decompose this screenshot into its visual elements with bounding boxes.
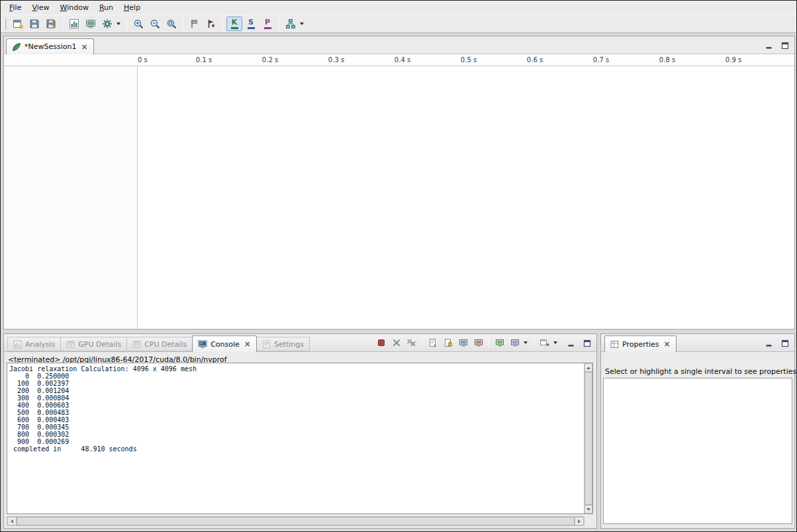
maximize-button[interactable] xyxy=(581,338,592,348)
scroll-up-button[interactable] xyxy=(585,363,592,372)
unguided-analysis-button[interactable] xyxy=(283,17,299,31)
console-output-box: Jacobi relaxation Calculation: 4096 x 40… xyxy=(7,363,593,514)
zoom-out-icon xyxy=(150,19,161,30)
show-stdout-button[interactable] xyxy=(456,337,470,349)
toolbar-separator xyxy=(62,19,63,30)
properties-placeholder-message: Select or highlight a single interval to… xyxy=(605,367,796,376)
close-icon[interactable] xyxy=(244,341,251,347)
arrow-left-icon xyxy=(11,519,13,523)
ruler-tick-label: 0.4 s xyxy=(395,56,410,64)
console-view-toolbar xyxy=(374,337,561,349)
tab-cpu-details[interactable]: CPU Details xyxy=(126,337,193,351)
tab-settings[interactable]: Settings xyxy=(256,337,310,351)
session-tab[interactable]: *NewSession1 xyxy=(6,38,94,54)
save-session-button[interactable] xyxy=(26,17,42,31)
bottom-view-tab-strip: Analysis GPU Details CPU Details Console… xyxy=(4,334,596,352)
scroll-right-button[interactable] xyxy=(575,517,584,525)
kernel-toggle-underline xyxy=(231,27,238,29)
open-console-dropdown-chevron[interactable] xyxy=(553,341,557,344)
console-vertical-scrollbar[interactable] xyxy=(584,363,592,513)
open-console-icon xyxy=(539,338,549,347)
properties-content-box xyxy=(603,378,792,524)
zoom-out-button[interactable] xyxy=(147,17,163,31)
save-session-as-button[interactable] xyxy=(43,17,59,31)
scroll-left-button[interactable] xyxy=(7,517,17,525)
open-console-button[interactable] xyxy=(538,337,551,349)
tab-properties[interactable]: Properties xyxy=(604,335,677,352)
gpu-details-tab-icon xyxy=(66,340,75,349)
properties-tab-icon xyxy=(610,340,619,349)
pin-console-button[interactable] xyxy=(492,337,506,349)
console-output-text[interactable]: Jacobi relaxation Calculation: 4096 x 40… xyxy=(9,365,582,512)
minimize-button[interactable] xyxy=(763,40,774,50)
tab-properties-label: Properties xyxy=(622,340,659,349)
new-session-button[interactable] xyxy=(10,17,26,31)
minimize-button[interactable] xyxy=(763,338,774,348)
display-console-dropdown-chevron[interactable] xyxy=(524,341,528,344)
ruler-tick-label: 0.2 s xyxy=(262,56,278,64)
process-timeline-toggle[interactable]: P xyxy=(259,17,275,31)
timeline-ruler[interactable]: 0 s0.1 s0.2 s0.3 s0.4 s0.5 s0.6 s0.7 s0.… xyxy=(4,54,794,66)
scroll-lock-button[interactable] xyxy=(441,337,455,349)
profile-application-button[interactable] xyxy=(66,17,82,31)
next-marker-button[interactable] xyxy=(203,17,219,31)
tab-cpu-details-label: CPU Details xyxy=(144,340,187,349)
scroll-down-button[interactable] xyxy=(585,505,592,513)
ruler-tick-label: 0.9 s xyxy=(726,56,741,64)
new-session-icon xyxy=(13,19,24,30)
minimize-button[interactable] xyxy=(565,338,577,348)
terminate-icon xyxy=(377,338,386,347)
zoom-fit-icon xyxy=(166,19,177,30)
ruler-tick-label: 0.3 s xyxy=(328,56,344,64)
vertical-scroll-thumb[interactable] xyxy=(585,372,592,505)
toolbar-drag-handle[interactable] xyxy=(4,19,6,30)
display-console-button[interactable] xyxy=(508,337,522,349)
nvvp-window: File View Window Run Help xyxy=(0,0,797,532)
maximize-button[interactable] xyxy=(779,40,790,50)
tab-gpu-details-label: GPU Details xyxy=(78,340,121,349)
properties-pane: Properties Select or highlight a single … xyxy=(600,333,795,529)
zoom-fit-button[interactable] xyxy=(164,17,179,31)
maximize-button[interactable] xyxy=(779,338,790,348)
unguided-analysis-dropdown-chevron[interactable] xyxy=(300,22,304,25)
run-analysis-dropdown-chevron[interactable] xyxy=(117,22,120,25)
tab-analysis[interactable]: Analysis xyxy=(7,337,61,351)
terminate-button[interactable] xyxy=(374,337,388,349)
stream-timeline-toggle[interactable]: S xyxy=(243,17,259,31)
show-stderr-button[interactable] xyxy=(471,337,485,349)
toolbar-separator xyxy=(222,19,223,30)
menu-help[interactable]: Help xyxy=(118,1,146,14)
tab-gpu-details[interactable]: GPU Details xyxy=(60,337,127,351)
console-horizontal-scrollbar[interactable] xyxy=(7,516,585,526)
ruler-tick-label: 0.1 s xyxy=(196,56,212,64)
properties-window-buttons xyxy=(763,338,790,348)
horizontal-scroll-thumb[interactable] xyxy=(17,517,575,525)
clear-console-button[interactable] xyxy=(426,337,440,349)
save-icon xyxy=(29,19,40,29)
remove-launch-button[interactable] xyxy=(389,337,403,349)
previous-marker-button[interactable] xyxy=(187,17,203,31)
arrow-up-icon xyxy=(586,367,590,369)
display-console-icon xyxy=(510,338,520,347)
menu-window[interactable]: Window xyxy=(55,1,94,14)
run-analysis-button[interactable] xyxy=(99,17,115,31)
close-icon[interactable] xyxy=(664,341,671,347)
remove-all-launches-button[interactable] xyxy=(404,337,418,349)
menu-file[interactable]: File xyxy=(4,1,26,14)
zoom-in-button[interactable] xyxy=(130,17,146,31)
console-toolbar-separator xyxy=(534,338,534,348)
scroll-lock-icon xyxy=(444,338,453,347)
kernel-timeline-toggle[interactable]: K xyxy=(226,17,242,31)
ruler-tick-label: 0 s xyxy=(138,56,148,64)
menu-run[interactable]: Run xyxy=(94,1,118,14)
collect-timeline-button[interactable] xyxy=(83,17,99,31)
console-toolbar-separator xyxy=(422,338,422,348)
editor-window-buttons xyxy=(763,40,790,50)
timeline-canvas[interactable] xyxy=(138,66,794,329)
analysis-tab-icon xyxy=(13,340,22,349)
menu-view[interactable]: View xyxy=(26,1,54,14)
tab-console-label: Console xyxy=(211,340,240,349)
process-toggle-underline xyxy=(264,27,271,29)
close-icon[interactable] xyxy=(81,44,87,50)
tab-console[interactable]: Console xyxy=(192,335,257,352)
